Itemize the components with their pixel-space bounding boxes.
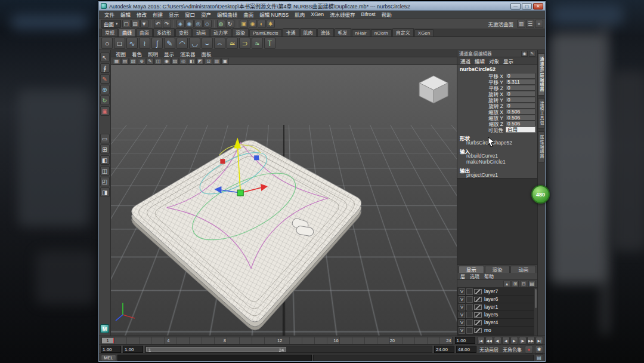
nurbs-square-icon[interactable]: □ xyxy=(114,38,125,49)
redo-icon[interactable]: ↷ xyxy=(163,20,171,28)
panel-menu-item[interactable]: 照明 xyxy=(145,50,160,57)
shelf-tab[interactable]: 曲线 xyxy=(119,28,135,36)
layer-playback-toggle[interactable] xyxy=(466,304,473,310)
undo-icon[interactable]: ↶ xyxy=(154,20,162,28)
ipr-render-icon[interactable]: ◐ xyxy=(258,20,266,28)
extend-curve-icon[interactable]: ⊃ xyxy=(239,38,250,49)
step-back-one-key-button[interactable]: ◀| xyxy=(494,337,501,344)
shelf-tab[interactable]: 变形 xyxy=(175,28,192,36)
panel-menu-item[interactable]: 着色 xyxy=(129,50,144,57)
menu-item[interactable]: 窗口 xyxy=(182,11,198,18)
shelf-tab[interactable]: 毛发 xyxy=(335,28,351,36)
range-slider-handle[interactable]: 1 24 xyxy=(146,347,286,352)
channel-box-menu-item[interactable]: 显示 xyxy=(503,57,513,64)
layer-playback-toggle[interactable] xyxy=(466,319,473,326)
shelf-tab[interactable]: 渲染 xyxy=(232,28,249,36)
snap-to-curve-icon[interactable]: ◉ xyxy=(185,20,194,28)
pencil-curve-tool-icon[interactable]: ✎ xyxy=(164,38,175,49)
layer-color-swatch[interactable] xyxy=(474,328,482,333)
menu-item[interactable]: 流水线缓存 xyxy=(327,11,358,18)
grease-pencil-icon[interactable]: ✎ xyxy=(146,58,154,64)
menu-item[interactable]: 编辑 xyxy=(117,11,134,18)
layer-row[interactable]: Vmo xyxy=(457,327,537,334)
layer-visibility-toggle[interactable]: V xyxy=(459,312,465,318)
shelf-tab[interactable]: 多边形 xyxy=(153,28,175,36)
go-to-playback-start-button[interactable]: |◀ xyxy=(477,337,485,344)
menu-item[interactable]: 肌肉 xyxy=(292,11,308,18)
layer-editor-menu-item[interactable]: 层 xyxy=(460,273,465,279)
layer-row[interactable]: Vlayer7 xyxy=(457,288,537,296)
selection-mask-icon[interactable]: ☰ xyxy=(526,20,534,28)
new-layer-from-selected-icon[interactable]: ⊟ xyxy=(520,281,527,287)
panel-menu-item[interactable]: 面板 xyxy=(199,50,214,57)
menu-item[interactable]: 编辑曲线 xyxy=(214,11,240,18)
input-line-toggle-icon[interactable]: ▥ xyxy=(517,20,525,28)
layer-editor-tab[interactable]: 显示 xyxy=(459,266,484,273)
play-forwards-button[interactable]: ▶ xyxy=(510,337,518,344)
channel-attribute-value[interactable]: 0 xyxy=(506,91,535,97)
viewport-canvas[interactable] xyxy=(111,65,457,336)
shelf-tab[interactable]: 自定义 xyxy=(392,28,414,36)
animation-preferences-button[interactable]: ✱ xyxy=(535,346,543,353)
snap-to-plane-icon[interactable]: ◇ xyxy=(203,20,212,28)
playback-end-field[interactable]: 24.00 xyxy=(434,346,454,353)
auto-keyframe-button[interactable]: ● xyxy=(525,346,533,353)
layer-color-swatch[interactable] xyxy=(474,304,482,310)
render-current-frame-icon[interactable]: ◉ xyxy=(249,20,257,28)
layer-visibility-toggle[interactable]: V xyxy=(459,327,465,334)
hypershade-persp-layout-button[interactable]: ◰ xyxy=(100,177,110,186)
channel-node-name[interactable]: nurbsCircleShape52 xyxy=(457,140,537,146)
channel-attribute-value[interactable]: 启用 xyxy=(506,127,535,133)
go-to-playback-end-button[interactable]: ▶| xyxy=(535,337,543,344)
attach-curves-icon[interactable]: ⌣ xyxy=(202,38,213,49)
rotate-tool-icon[interactable]: ↻ xyxy=(100,96,110,105)
nurbs-circle-icon[interactable]: ○ xyxy=(101,38,113,49)
channel-node-name[interactable]: makeNurbCircle1 xyxy=(457,159,537,165)
command-results-field[interactable] xyxy=(313,355,534,361)
viewport-panel[interactable]: 视图着色照明显示渲染器面板 ▦▤▧⊕✎◫◉▨◎◧◩⊡▥▣ xyxy=(111,50,457,336)
shadows-display-icon[interactable]: ◧ xyxy=(188,58,196,64)
layer-row[interactable]: Vlayer5 xyxy=(457,311,537,319)
four-pane-layout-button[interactable]: ⊞ xyxy=(100,144,110,154)
cv-curve-tool-icon[interactable]: ∿ xyxy=(126,38,138,49)
channel-attribute-value[interactable]: 0 xyxy=(506,97,535,103)
channel-speed-icon[interactable]: ✎ xyxy=(529,51,535,57)
panel-menu-item[interactable]: 渲染器 xyxy=(178,50,198,57)
menu-item[interactable]: 曲面 xyxy=(240,11,256,18)
menu-item[interactable]: 文件 xyxy=(101,11,117,18)
layer-playback-toggle[interactable] xyxy=(466,296,473,303)
single-pane-layout-button[interactable]: ▭ xyxy=(100,134,110,143)
channel-box-menu-item[interactable]: 通道 xyxy=(460,57,470,64)
shelf-tab[interactable]: 常规 xyxy=(101,28,118,36)
text-curve-tool-icon[interactable]: T xyxy=(264,38,275,49)
step-forward-one-key-button[interactable]: |▶ xyxy=(519,337,527,344)
render-settings-icon[interactable]: ✱ xyxy=(267,20,275,28)
shelf-tab[interactable]: 流体 xyxy=(317,28,334,36)
shelf-tab[interactable]: nCloth xyxy=(371,29,392,36)
new-scene-icon[interactable]: ▢ xyxy=(122,20,131,28)
layer-playback-toggle[interactable] xyxy=(466,312,473,318)
layer-visibility-toggle[interactable]: V xyxy=(459,319,465,326)
channel-attribute-value[interactable]: 0 xyxy=(506,85,535,91)
layer-playback-toggle[interactable] xyxy=(466,288,473,295)
step-back-one-frame-button[interactable]: ◀◀ xyxy=(485,337,493,344)
lighting-display-icon[interactable]: ◎ xyxy=(179,58,187,64)
channel-attribute-value[interactable]: 0 xyxy=(506,73,535,79)
select-tool-icon[interactable]: ↖ xyxy=(100,53,110,62)
shelf-tab[interactable]: XGen xyxy=(414,29,434,36)
shelf-tab[interactable]: 卡通 xyxy=(283,28,299,36)
layer-row[interactable]: Vlayer1 xyxy=(457,303,537,311)
layer-visibility-toggle[interactable]: V xyxy=(459,296,465,303)
animation-end-field[interactable]: 48.00 xyxy=(456,346,476,353)
open-scene-icon[interactable]: ▤ xyxy=(131,20,140,28)
menu-item[interactable]: 编辑 NURBS xyxy=(256,11,292,18)
isolate-select-icon[interactable]: ⊡ xyxy=(205,58,212,64)
menu-item[interactable]: Bifrost xyxy=(358,11,379,17)
open-render-view-icon[interactable]: ▣ xyxy=(240,20,248,28)
layer-playback-toggle[interactable] xyxy=(466,327,473,334)
field-chart-icon[interactable]: ▥ xyxy=(213,58,221,64)
step-forward-one-frame-button[interactable]: ▶▶ xyxy=(527,337,535,344)
new-empty-layer-icon[interactable]: ⊞ xyxy=(512,281,519,287)
menu-item[interactable]: 资产 xyxy=(198,11,214,18)
channel-attribute-value[interactable]: 0.506 xyxy=(506,121,535,127)
